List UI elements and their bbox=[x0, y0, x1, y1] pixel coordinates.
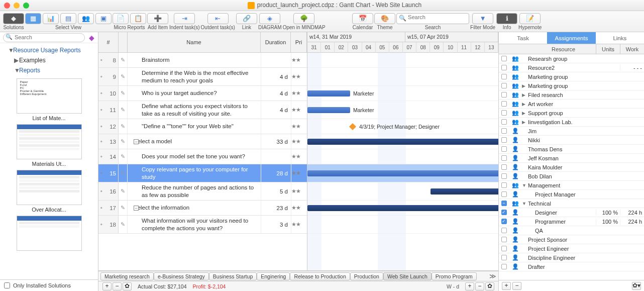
project-tab[interactable]: Release to Production bbox=[290, 272, 350, 280]
timeline-settings[interactable]: ✿ bbox=[485, 282, 494, 290]
duration-cell[interactable] bbox=[261, 53, 291, 67]
chart-row[interactable] bbox=[307, 53, 498, 68]
resource-row[interactable]: 👤 Project Engineer bbox=[499, 244, 644, 253]
resource-work[interactable]: 224 h bbox=[620, 210, 644, 216]
resource-row[interactable]: ✓ 👤 Programmer 100 % 224 h bbox=[499, 217, 644, 226]
duration-cell[interactable]: 5 d bbox=[261, 182, 291, 200]
task-row[interactable]: ⚬17 ✎ −Select the information 23 d ★★ bbox=[98, 201, 307, 216]
resource-row[interactable]: 👤 Project Sponsor bbox=[499, 235, 644, 244]
project-tab[interactable]: e-Business Strategy bbox=[154, 272, 209, 280]
resource-checkbox[interactable] bbox=[501, 56, 507, 61]
zoom-in-button[interactable]: + bbox=[102, 282, 112, 290]
expand-arrow[interactable]: ▶ bbox=[522, 92, 528, 98]
task-name-cell[interactable]: What information will your visitors need… bbox=[128, 217, 261, 232]
resource-checkbox[interactable] bbox=[501, 173, 507, 179]
info-button[interactable]: ℹ bbox=[496, 13, 517, 24]
resource-checkbox[interactable] bbox=[501, 264, 507, 269]
view-btn-2[interactable]: 📊 bbox=[43, 13, 59, 24]
rp-add-button[interactable]: + bbox=[502, 282, 511, 290]
resource-row[interactable]: 👤 Jim bbox=[499, 127, 644, 136]
resource-checkbox[interactable] bbox=[501, 128, 507, 134]
task-name-cell[interactable]: Who is your target audience? bbox=[128, 89, 261, 96]
filter-mode-button[interactable]: ▼ bbox=[472, 13, 493, 24]
priority-cell[interactable]: ★★ bbox=[291, 101, 307, 119]
zoom-window-button[interactable] bbox=[23, 3, 29, 9]
task-name-cell[interactable]: "Define a ""tone"" for your Web site" bbox=[128, 123, 261, 130]
project-tab[interactable]: Enginering bbox=[257, 272, 290, 280]
task-row[interactable]: ⚬8 ✎ Brainstorm ★★ bbox=[98, 53, 307, 68]
task-name-cell[interactable]: Define what actions you expect visitors … bbox=[128, 103, 261, 117]
rp-tab-links[interactable]: Links bbox=[596, 32, 644, 44]
resource-row[interactable]: 👤 QA bbox=[499, 226, 644, 235]
chart-row[interactable] bbox=[307, 149, 498, 164]
settings-gear-button[interactable]: ✿ bbox=[123, 282, 132, 290]
micro-report-btn-2[interactable]: 📋 bbox=[130, 13, 146, 24]
resource-units[interactable]: 100 % bbox=[596, 210, 620, 216]
outline-toggle[interactable]: − bbox=[134, 139, 139, 144]
duration-cell[interactable]: 4 d bbox=[261, 68, 291, 85]
resource-checkbox[interactable]: − bbox=[501, 201, 507, 206]
thumbnail-2[interactable]: Materials Ut... bbox=[17, 124, 82, 167]
priority-cell[interactable]: ★★ bbox=[291, 134, 307, 149]
chart-body[interactable]: MarketerMarketer4/3/19; Project Manager;… bbox=[307, 53, 498, 270]
task-name-cell[interactable]: Copy relevant pages to your computer for… bbox=[128, 166, 261, 180]
resource-checkbox[interactable] bbox=[501, 164, 507, 170]
task-row[interactable]: ⚬10 ✎ Who is your target audience? 4 d ★… bbox=[98, 86, 307, 101]
view-btn-5[interactable]: ▣ bbox=[95, 13, 112, 24]
resource-row[interactable]: 👤 Jeff Kosman bbox=[499, 154, 644, 163]
priority-cell[interactable]: ★★ bbox=[291, 201, 307, 215]
expand-arrow[interactable]: ▶ bbox=[522, 111, 528, 116]
duration-cell[interactable] bbox=[261, 149, 291, 164]
micro-report-btn-1[interactable]: 📄 bbox=[113, 13, 129, 24]
outline-toggle[interactable]: − bbox=[134, 206, 139, 211]
resource-row[interactable]: 👤 Bob Dilan bbox=[499, 172, 644, 181]
resource-row[interactable]: 👥 Resource2 - - - bbox=[499, 63, 644, 72]
rp-col-work[interactable]: Work bbox=[620, 44, 644, 54]
priority-cell[interactable]: ★★ bbox=[291, 182, 307, 200]
duration-cell[interactable] bbox=[261, 119, 291, 134]
sidebar-pin-icon[interactable]: ◆ bbox=[88, 34, 95, 41]
resource-row[interactable]: 👤 Discipline Engineer bbox=[499, 253, 644, 262]
timeline-zoom-in[interactable]: + bbox=[465, 282, 474, 290]
gantt-chart[interactable]: w14, 31 Mar 2019 w15, 07 Apr 2019 310102… bbox=[307, 32, 498, 270]
toolbar-search[interactable] bbox=[396, 13, 469, 24]
rp-tab-assignments[interactable]: Assignments bbox=[547, 32, 595, 44]
resource-checkbox[interactable] bbox=[501, 83, 507, 88]
resource-row[interactable]: ✓ 👤 Designer 100 % 224 h bbox=[499, 208, 644, 217]
duration-cell[interactable]: 28 d bbox=[261, 164, 291, 182]
project-tab[interactable]: Web Site Launch bbox=[383, 272, 432, 280]
resource-checkbox[interactable] bbox=[501, 74, 507, 79]
resource-row[interactable]: 👤 Kaira Moulder bbox=[499, 163, 644, 172]
tabs-scroll-right[interactable]: ≫ bbox=[489, 272, 496, 280]
thumbnail-1[interactable]: PaperFundPCProcter & GambleDifferent Equ… bbox=[17, 78, 82, 121]
task-row[interactable]: ⚬15 ✎ Copy relevant pages to your comput… bbox=[98, 164, 307, 182]
priority-cell[interactable]: ★★ bbox=[291, 68, 307, 85]
resource-row[interactable]: 👥 Researsh group bbox=[499, 54, 644, 63]
resource-checkbox[interactable] bbox=[501, 92, 507, 98]
tree-section[interactable]: ▼Resource Usage Reports bbox=[3, 45, 95, 55]
view-btn-1[interactable]: ▦ bbox=[25, 13, 41, 24]
sidebar-search[interactable] bbox=[3, 33, 85, 42]
task-name-cell[interactable]: Brainstorm bbox=[128, 56, 261, 63]
task-row[interactable]: ⚬12 ✎ "Define a ""tone"" for your Web si… bbox=[98, 119, 307, 134]
resource-checkbox[interactable] bbox=[501, 65, 507, 70]
resource-row[interactable]: 👥 ▶ Iinvestigation Lab. bbox=[499, 118, 644, 127]
resource-checkbox[interactable] bbox=[501, 237, 507, 242]
thumbnail-3[interactable]: Over Allocat... bbox=[17, 170, 82, 213]
resource-checkbox[interactable] bbox=[501, 255, 507, 260]
expand-arrow[interactable]: ▶ bbox=[522, 120, 528, 125]
duration-cell[interactable]: 23 d bbox=[261, 201, 291, 215]
indent-button[interactable]: ⇥ bbox=[174, 13, 195, 24]
tree-item-examples[interactable]: ▶Examples bbox=[3, 55, 95, 65]
gantt-bar[interactable]: Marketer bbox=[307, 90, 350, 96]
chart-row[interactable]: Designer ; Programmer bbox=[307, 164, 498, 182]
resource-row[interactable]: − 👥 ▼ Technical bbox=[499, 199, 644, 208]
calendar-button[interactable]: 📅 bbox=[352, 13, 373, 24]
only-installed-checkbox[interactable] bbox=[4, 282, 10, 288]
chart-row[interactable] bbox=[307, 182, 498, 201]
project-tab[interactable]: Promo Program bbox=[432, 272, 477, 280]
col-duration[interactable]: Duration bbox=[261, 32, 291, 52]
task-name-cell[interactable]: Reduce the number of pages and actions t… bbox=[128, 184, 261, 199]
gantt-bar[interactable]: Designer ; Programmer bbox=[307, 170, 498, 176]
duration-cell[interactable]: 4 d bbox=[261, 86, 291, 101]
